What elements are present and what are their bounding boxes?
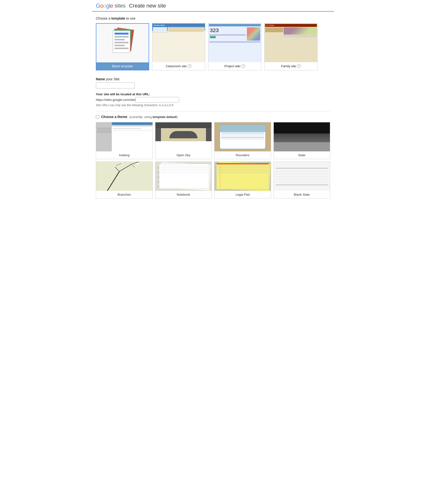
template-wiki-label-bar: Project wiki ? [208,62,261,70]
nb-ring-5 [157,186,159,187]
theme-opensky-label: Open Sky [155,151,212,159]
template-blank[interactable]: Blank template [96,23,149,70]
cp-content-text-2 [168,29,204,30]
section-divider [96,111,330,111]
wp-body: 323 [209,27,261,41]
legalpad-bg [214,162,271,191]
url-row: https://sites.google.com/site/ [96,97,330,103]
page-line-3 [114,42,129,43]
is-line-2 [97,130,111,131]
theme-notebook-preview [155,162,212,191]
template-wiki[interactable]: 323 Project wiki ? [208,23,261,70]
rounders-card [220,125,266,149]
iceberg-blue-bar [112,124,152,126]
cp-sidebar-item-3 [153,30,167,31]
wiki-help-icon[interactable]: ? [241,64,245,68]
wp-number: 323 [209,27,246,34]
theme-opensky[interactable]: Open Sky [155,122,212,159]
cp-content-line-1 [168,27,204,28]
template-classroom[interactable]: Teacher Name [152,23,205,70]
cp-sidebar [153,27,167,32]
cp-content [168,27,205,32]
template-bold: template [111,16,125,20]
theme-blankslate-preview [274,162,330,191]
nb-l-1 [160,166,208,166]
page-front [113,30,130,53]
theme-legalpad-label: Legal Pad [214,191,271,198]
cp-content-text-3 [168,31,204,31]
theme-title: Choose a theme [101,115,127,119]
wp-line-1 [209,34,246,35]
template-grid: Blank template Teacher Name [96,23,330,70]
bs-thin-2 [276,174,328,174]
cp-header: Teacher Name [153,24,205,27]
fp-text-1 [284,35,317,36]
fp-header: Our Family [265,24,317,27]
fp-text-3 [284,37,317,37]
site-name-input[interactable] [96,82,135,89]
theme-iceberg-label: Iceberg [96,151,152,159]
iceberg-line-1 [113,126,151,127]
opensky-bg [155,122,212,151]
theme-branches-preview [96,162,152,191]
nb-ring-3 [157,176,159,178]
theme-rounders-label: Rounders [214,151,271,159]
theme-slate-preview [274,122,330,151]
template-blank-label-bar: Blank template [96,62,149,70]
iceberg-line-3 [113,130,151,131]
theme-notebook[interactable]: Notebook [155,162,212,199]
rounders-line-5 [221,139,264,139]
fp-sb-2 [265,29,283,29]
template-blank-preview [96,24,149,62]
lp-ln-3 [218,169,268,170]
sites-wordmark: sites [114,3,125,9]
cp-content-line-2 [168,30,204,30]
bs-thick-line [276,168,328,169]
branches-svg [96,162,152,191]
slate-mid [274,133,330,142]
page-line-5 [114,48,129,49]
slate-black [274,122,330,133]
svg-point-7 [137,163,138,165]
theme-branches[interactable]: Branches [96,162,153,199]
rounders-bg [214,122,271,151]
theme-legalpad[interactable]: Legal Pad [214,162,271,199]
classroom-help-icon[interactable]: ? [188,64,191,68]
theme-blankslate[interactable]: Blank Slate [274,162,330,199]
rounders-line-1 [221,133,264,133]
template-family-label-bar: Family site ? [265,62,317,70]
theme-checkbox[interactable] [96,115,99,119]
is-line-1 [97,128,111,129]
svg-point-8 [121,162,122,163]
fp-content [284,27,317,37]
wp-people-img [247,27,260,41]
nb-ring-4 [157,181,159,183]
template-section-title: Choose a template to use [96,16,330,20]
url-label: Your site will be located at this URL: [96,92,330,96]
url-input[interactable] [136,97,179,103]
page-line-1 [114,36,129,37]
cp-sidebar-item-4 [153,31,167,32]
iceberg-line-2 [113,128,141,129]
fp-sb-4 [265,30,283,31]
bs-thin-5 [276,182,328,182]
nb-ring-2 [157,172,159,173]
blankslate-bg [274,162,330,191]
theme-rounders[interactable]: Rounders [214,122,271,159]
wp-top-bar [209,24,261,26]
is-line-3 [97,132,111,133]
nb-ring-1 [157,167,159,169]
blank-template-icon [110,29,135,58]
nb-l-5 [160,173,208,173]
theme-iceberg[interactable]: Iceberg [96,122,153,159]
svg-rect-0 [100,162,148,191]
family-help-icon[interactable]: ? [297,64,301,68]
template-family[interactable]: Our Family [264,23,318,70]
iceberg-top-bar [112,122,152,124]
bs-thick-line-2 [276,185,328,185]
template-classroom-preview: Teacher Name [152,23,205,62]
theme-subtitle: (currently: using template default) [129,115,178,119]
os-arch [169,131,198,138]
theme-slate[interactable]: Slate [274,122,330,159]
iceberg-bg [96,122,152,151]
